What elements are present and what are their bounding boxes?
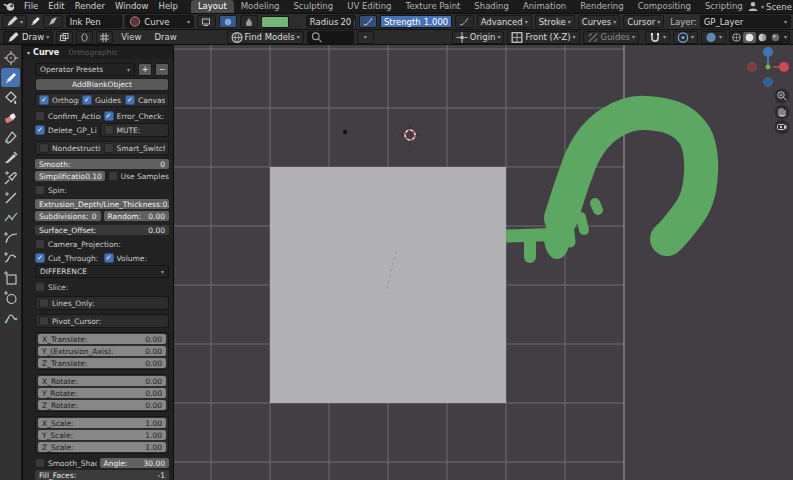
zoom-button[interactable] (775, 89, 790, 104)
panel-slider[interactable]: Smooth:0 (35, 159, 169, 169)
popover-curves[interactable]: Curves▾ (578, 15, 621, 28)
gizmo-x-neg-axis[interactable] (748, 63, 757, 72)
popover-cursor[interactable]: Cursor▾ (623, 15, 664, 28)
panel-slider[interactable]: Angle:30.00 (100, 458, 170, 468)
search-options-button[interactable]: ▾ (357, 31, 374, 44)
stroke-material-toggle[interactable] (219, 15, 237, 28)
menu-help[interactable]: Help (153, 0, 182, 13)
panel-checkbox-lines-only-[interactable]: Lines_Only: (39, 298, 165, 308)
panel-slider[interactable]: Y_Scale:1.00 (38, 430, 166, 440)
shading-material-button[interactable] (756, 32, 769, 43)
tab-sculpting[interactable]: Sculpting (286, 0, 340, 13)
panel-slider[interactable]: Subdivisions:0 (35, 211, 101, 221)
strength-pressure-toggle[interactable] (455, 15, 473, 28)
proportional-edit-dropdown[interactable]: ▾ (673, 31, 698, 44)
grease-pencil-stroke[interactable] (506, 113, 701, 259)
shading-solid-button[interactable] (743, 32, 756, 43)
operator-panel-header[interactable]: ▾ Curve Orthographic (23, 46, 173, 59)
brush-name-field[interactable]: Ink Pen (66, 15, 123, 28)
canvas-plane-object[interactable] (270, 167, 506, 403)
preset-remove-button[interactable]: − (155, 63, 169, 76)
panel-collapse-icon[interactable]: ▾ (27, 50, 30, 56)
tab-texture-paint[interactable]: Texture Paint (399, 0, 468, 13)
panel-checkbox-smooth-shading-[interactable]: Smooth_Shading: (35, 458, 97, 468)
panel-checkbox-cut-through-[interactable]: ✓Cut_Through: (35, 253, 101, 263)
menu-edit[interactable]: Edit (43, 0, 69, 13)
panel-slider[interactable]: X_Translate:0.00 (38, 334, 166, 344)
object-origin-dot[interactable] (343, 130, 347, 134)
panel-checkbox-smart-switch-[interactable]: Smart_Switch: (104, 143, 166, 153)
navigation-gizmo[interactable] (748, 47, 789, 86)
brush-preview-button[interactable] (43, 15, 62, 28)
fill-material-toggle[interactable] (240, 15, 258, 28)
panel-checkbox-orthogr-[interactable]: ✓Orthogr... (39, 95, 79, 105)
panel-checkbox-spin-[interactable]: Spin: (35, 185, 169, 195)
panel-slider[interactable]: Random:0.00 (104, 211, 170, 221)
tool-line-button[interactable] (1, 188, 20, 207)
snapping-dropdown[interactable]: ▾ (645, 31, 670, 44)
operator-presets-dropdown[interactable]: Operator Presets ▾ (35, 63, 135, 76)
strength-slider[interactable]: Strength 1.000 (380, 15, 452, 28)
tab-compositing[interactable]: Compositing (631, 0, 698, 13)
tool-polyline-button[interactable] (1, 208, 20, 227)
panel-checkbox-canvas-[interactable]: ✓Canvas: (125, 95, 165, 105)
panel-slider[interactable]: Z_Scale:1.00 (38, 442, 166, 452)
tool-arc-button[interactable] (1, 228, 20, 247)
panel-checkbox-error-check-[interactable]: ✓Error_Check: (104, 111, 170, 121)
tool-cursor-button[interactable] (1, 48, 20, 67)
gizmo-x-axis[interactable] (779, 62, 789, 72)
mode-dropdown[interactable]: Draw ▾ (3, 31, 53, 44)
tool-erase-button[interactable] (1, 108, 20, 127)
menu-file[interactable]: File (19, 0, 43, 13)
tool-tint-button[interactable] (1, 128, 20, 147)
onion-skin-toggle[interactable] (76, 31, 93, 44)
draw-menu[interactable]: Draw (149, 31, 181, 44)
tab-layout[interactable]: Layout (191, 0, 234, 13)
panel-slider[interactable]: X_Rotate:0.00 (38, 376, 166, 386)
radius-slider[interactable]: Radius 20 px (306, 15, 356, 28)
panel-checkbox-camera-projection-[interactable]: Camera_Projection: (35, 239, 169, 249)
view-menu[interactable]: View (116, 31, 146, 44)
shading-rendered-button[interactable] (769, 32, 782, 43)
panel-checkbox-slice-[interactable]: Slice: (35, 282, 169, 292)
material-dropdown[interactable]: Curve ▾ (125, 15, 194, 28)
camera-view-button[interactable] (775, 120, 790, 135)
drawing-plane-dropdown[interactable]: Front (X-Z) ▾ (507, 31, 579, 44)
shading-wireframe-button[interactable] (730, 32, 743, 43)
tool-fill-button[interactable] (1, 88, 20, 107)
panel-checkbox-nondestructive-[interactable]: Nondestructive_... (39, 143, 101, 153)
gizmo-z-axis[interactable] (763, 47, 773, 57)
panel-slider[interactable]: Simplificatio0.10 (35, 171, 105, 181)
panel-slider[interactable]: Extrusion_Depth/Line_Thickness:0.10 (35, 199, 169, 209)
add-blank-object-button[interactable]: AddBlankObject (35, 78, 169, 91)
boolean-mode-select[interactable]: DIFFERENCE▾ (35, 265, 169, 278)
popover-advanced[interactable]: Advanced▾ (477, 15, 532, 28)
gizmo-z-neg-axis[interactable] (764, 78, 773, 87)
canvas-grid-toggle[interactable] (96, 31, 113, 44)
menu-render[interactable]: Render (70, 0, 110, 13)
panel-checkbox-confirm-actions-[interactable]: Confirm_Actions: (35, 111, 101, 121)
model-search-input[interactable] (307, 31, 354, 44)
brush-type-dropdown[interactable]: ▾ (2, 15, 27, 28)
panel-slider[interactable]: Y_(Extrusion_Axis):0.00 (38, 346, 166, 356)
panel-slider[interactable]: Z_Rotate:0.00 (38, 400, 166, 410)
panel-checkbox-pivot-cursor-[interactable]: Pivot_Cursor: (39, 316, 165, 326)
panel-checkbox-mute-[interactable]: MUTE: (100, 123, 170, 137)
panel-slider[interactable]: Y_Rotate:0.00 (38, 388, 166, 398)
tool-circle-button[interactable] (1, 288, 20, 307)
tool-eyedropper-button[interactable] (1, 168, 20, 187)
tab-shading[interactable]: Shading (467, 0, 516, 13)
tab-rendering[interactable]: Rendering (573, 0, 630, 13)
tool-cutter-button[interactable] (1, 148, 20, 167)
tab-modeling[interactable]: Modeling (234, 0, 287, 13)
panel-slider[interactable]: Z_Translate:0.00 (38, 358, 166, 368)
popover-stroke[interactable]: Stroke▾ (535, 15, 575, 28)
stroke-placement-dropdown[interactable]: Origin ▾ (452, 31, 505, 44)
pin-material-button[interactable] (197, 15, 215, 28)
panel-slider[interactable]: X_Scale:1.00 (38, 418, 166, 428)
vertex-color-swatch[interactable] (261, 16, 289, 28)
falloff-dropdown[interactable]: ▾ (701, 31, 726, 44)
find-models-dropdown[interactable]: Find Models ▾ (227, 31, 304, 44)
pan-button[interactable] (775, 105, 790, 120)
guides-dropdown[interactable]: Guides ▾ (583, 31, 639, 44)
